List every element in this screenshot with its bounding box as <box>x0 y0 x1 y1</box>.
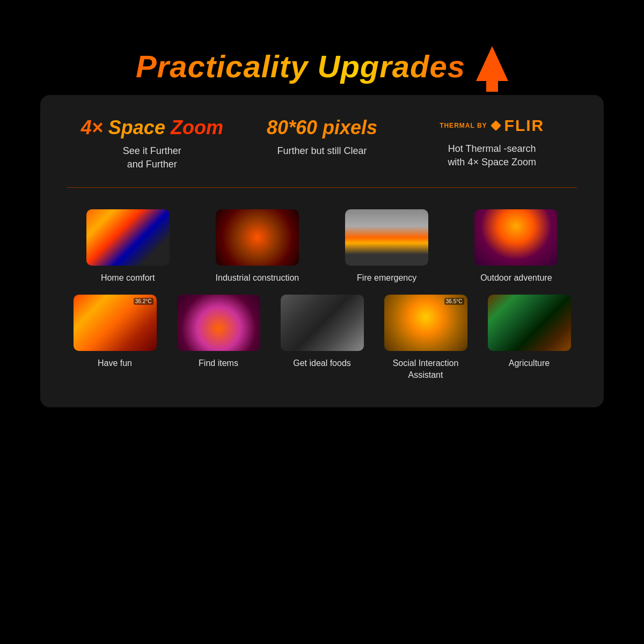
main-card: 4× Space Zoom See it Furtherand Further … <box>40 95 604 407</box>
use-cases-section: Home comfort Industrial construction Fir… <box>67 209 577 380</box>
use-cases-row-2: 36.2°C Have fun Find items Get ideal f <box>67 295 577 380</box>
have-fun-image: 36.2°C <box>74 295 157 351</box>
use-case-get-ideal: Get ideal foods <box>274 295 370 380</box>
fire-emergency-label: Fire emergency <box>357 272 416 284</box>
pixels-title: 80*60 pixels <box>267 116 377 139</box>
pixels-description: Further but still Clear <box>277 144 367 158</box>
outdoor-label: Outdoor adventure <box>480 272 552 284</box>
home-comfort-image <box>86 209 170 266</box>
use-case-find-items: Find items <box>171 295 266 380</box>
title-area: Practicality Upgrades <box>27 27 617 95</box>
zoom-description: See it Furtherand Further <box>123 144 181 171</box>
use-case-fire-emergency: Fire emergency <box>326 209 448 284</box>
get-ideal-image <box>281 295 364 351</box>
flir-logo: THERMAL BY FLIR <box>440 116 544 137</box>
outdoor-image <box>474 209 558 266</box>
use-cases-row-1: Home comfort Industrial construction Fir… <box>67 209 577 284</box>
industrial-image <box>216 209 299 266</box>
page-container: Practicality Upgrades 4× Space Zoom See … <box>27 27 617 617</box>
feature-flir: THERMAL BY FLIR Hot Thermal -searchwith … <box>407 116 577 169</box>
flir-brand-label: FLIR <box>504 116 545 135</box>
industrial-label: Industrial construction <box>216 272 299 284</box>
find-items-image <box>177 295 260 351</box>
get-ideal-label: Get ideal foods <box>293 357 351 369</box>
home-comfort-label: Home comfort <box>101 272 155 284</box>
use-case-industrial: Industrial construction <box>196 209 318 284</box>
zoom-title: 4× Space Zoom <box>81 116 223 139</box>
agriculture-label: Agriculture <box>509 357 550 369</box>
flir-diamond-icon <box>490 120 502 131</box>
use-case-social: 36.5°C Social Interaction Assistant <box>378 295 473 380</box>
thermal-by-label: THERMAL BY <box>440 122 487 129</box>
social-image: 36.5°C <box>384 295 467 351</box>
features-row: 4× Space Zoom See it Furtherand Further … <box>67 116 577 188</box>
svg-rect-0 <box>491 120 501 131</box>
agriculture-image <box>488 295 571 351</box>
social-label: Social Interaction Assistant <box>378 357 473 380</box>
have-fun-label: Have fun <box>98 357 132 369</box>
feature-pixels: 80*60 pixels Further but still Clear <box>237 116 407 158</box>
use-case-agriculture: Agriculture <box>481 295 577 380</box>
page-title: Practicality Upgrades <box>136 48 465 84</box>
use-case-home-comfort: Home comfort <box>67 209 188 284</box>
fire-emergency-image <box>345 209 428 266</box>
flir-description: Hot Thermal -searchwith 4× Space Zoom <box>448 142 536 169</box>
up-arrow-icon <box>476 46 508 81</box>
use-case-have-fun: 36.2°C Have fun <box>67 295 163 380</box>
feature-zoom: 4× Space Zoom See it Furtherand Further <box>67 116 237 171</box>
find-items-label: Find items <box>199 357 238 369</box>
use-case-outdoor: Outdoor adventure <box>456 209 577 284</box>
